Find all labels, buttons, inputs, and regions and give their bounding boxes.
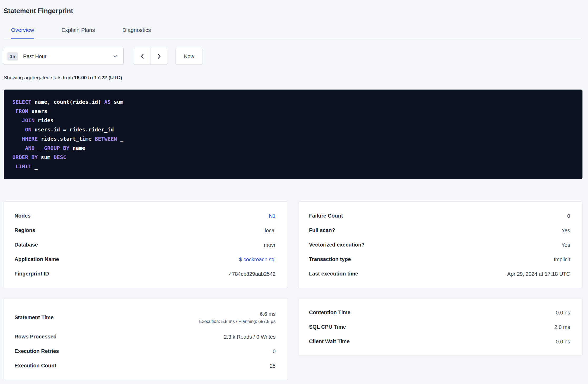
card-execution-attributes: Failure Count 0 Full scan? Yes Vectorize… [298,201,582,288]
time-range-label: Past Hour [23,53,112,60]
row-value-link[interactable]: $ cockroach sql [239,256,276,263]
row-label: Contention Time [309,309,350,316]
row-label: Vectorized execution? [309,242,365,248]
row-label: Fingerprint ID [14,271,49,277]
chevron-down-icon [112,53,118,59]
row-value: 0 [273,348,276,355]
card-statement-times: Statement Time 6.6 ms Execution: 5.8 ms … [4,298,288,380]
row-value-stack: $ cockroach sql [239,256,276,263]
row-value-stack: local [265,227,276,234]
row-label: Execution Count [14,363,56,369]
time-interval-badge: 1h [7,52,18,61]
next-range-button[interactable] [151,48,167,65]
card-row: Application Name $ cockroach sql [14,252,276,267]
row-value-stack: 0.0 ns [556,309,570,316]
card-row: Full scan? Yes [309,223,570,238]
row-value: Apr 29, 2024 at 17:18 UTC [507,270,570,278]
row-label: Client Wait Time [309,338,350,344]
stats-caption-range: 16:00 to 17:22 (UTC) [74,75,122,80]
row-value: 4784cb829aab2542 [229,270,276,278]
card-row: Regions local [14,223,276,238]
time-range-select[interactable]: 1h Past Hour [4,48,124,65]
row-value-stack: movr [264,241,276,249]
sql-line: FROM users [12,107,575,116]
row-subvalue: Execution: 5.8 ms / Planning: 687.5 µs [199,318,276,324]
card-row: Last execution time Apr 29, 2024 at 17:1… [309,267,570,281]
row-value: Implicit [554,256,570,263]
row-value-stack: 2.3 k Reads / 0 Writes [224,333,276,341]
sql-line: ORDER BY sum DESC [12,153,575,162]
sql-line: ON users.id = rides.rider_id [12,125,575,134]
row-value: Yes [561,241,570,249]
tab-diagnostics[interactable]: Diagnostics [122,27,151,39]
card-row: Transaction type Implicit [309,252,570,267]
row-label: Execution Retries [14,348,59,354]
row-value-stack: Implicit [554,256,570,263]
row-label: Full scan? [309,227,335,233]
chevron-right-icon [156,53,162,60]
row-value: 2.0 ms [554,323,570,331]
page-title: Statement Fingerprint [4,7,582,15]
time-pager [134,48,167,65]
sql-line: LIMIT _ [12,162,575,171]
card-row: Vectorized execution? Yes [309,238,570,252]
row-value: Yes [561,227,570,234]
card-row: Nodes N1 [14,209,276,223]
row-label: Statement Time [14,314,54,321]
row-value-stack: 0 [567,212,570,220]
card-row: Client Wait Time 0.0 ns [309,334,570,349]
row-value-stack: Yes [561,241,570,249]
card-row: Failure Count 0 [309,209,570,223]
row-value: movr [264,241,276,249]
row-value-stack: Yes [561,227,570,234]
row-label: Last execution time [309,271,358,277]
row-label: Rows Processed [14,334,57,340]
sql-line: AND _ GROUP BY name [12,144,575,153]
row-value: 0.0 ns [556,309,570,316]
row-value-stack: 2.0 ms [554,323,570,331]
row-label: Transaction type [309,256,351,262]
tab-bar: Overview Explain Plans Diagnostics [4,27,582,39]
card-row: Execution Retries 0 [14,344,276,358]
row-value-stack: N1 [269,212,276,220]
now-button[interactable]: Now [176,48,202,65]
row-label: Application Name [14,256,59,262]
stats-caption: Showing aggregated stats from16:00 to 17… [4,75,582,81]
row-value-stack: 25 [270,362,276,370]
sql-line: JOIN rides [12,116,575,125]
sql-statement: SELECT name, count(rides.id) AS sum FROM… [4,90,582,179]
row-value-stack: Apr 29, 2024 at 17:18 UTC [507,270,570,278]
row-value-stack: 0 [273,348,276,355]
card-wait-times: Contention Time 0.0 ns SQL CPU Time 2.0 … [298,298,582,356]
stats-caption-prefix: Showing aggregated stats from [4,75,73,80]
card-row: Execution Count 25 [14,358,276,373]
tab-explain-plans[interactable]: Explain Plans [62,27,95,39]
card-row: Database movr [14,238,276,252]
previous-range-button[interactable] [134,48,151,65]
row-value-stack: 4784cb829aab2542 [229,270,276,278]
row-value-stack: 6.6 ms Execution: 5.8 ms / Planning: 687… [199,310,276,324]
row-label: Failure Count [309,213,343,219]
sql-line: SELECT name, count(rides.id) AS sum [12,97,575,107]
card-row: SQL CPU Time 2.0 ms [309,320,570,334]
row-label: Database [14,242,38,248]
tab-overview[interactable]: Overview [11,27,34,39]
row-value: 0 [567,212,570,220]
card-row: Rows Processed 2.3 k Reads / 0 Writes [14,329,276,344]
stats-cards: Nodes N1 Regions local Database movr App… [4,201,582,380]
statement-fingerprint-page: Statement Fingerprint Overview Explain P… [0,0,588,380]
row-label: SQL CPU Time [309,324,346,330]
card-row: Fingerprint ID 4784cb829aab2542 [14,267,276,281]
row-label: Regions [14,227,35,233]
sql-line: WHERE rides.start_time BETWEEN _ [12,134,575,144]
row-value-stack: 0.0 ns [556,338,570,345]
row-value-link[interactable]: N1 [269,212,276,220]
chevron-left-icon [139,53,146,60]
card-statement-details: Nodes N1 Regions local Database movr App… [4,201,288,288]
time-controls: 1h Past Hour Now [4,48,582,65]
row-value: 25 [270,362,276,370]
row-value: local [265,227,276,234]
card-row: Statement Time 6.6 ms Execution: 5.8 ms … [14,305,276,329]
row-value: 0.0 ns [556,338,570,345]
row-value: 6.6 ms [260,310,276,318]
